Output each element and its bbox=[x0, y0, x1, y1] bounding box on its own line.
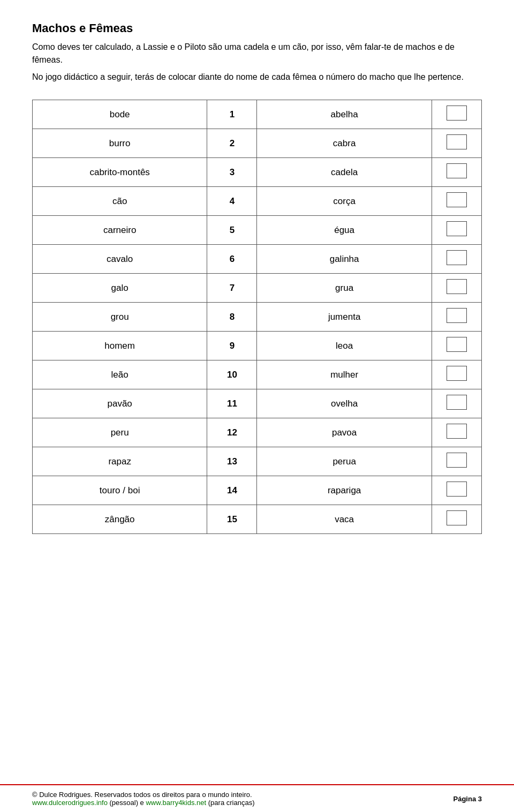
male-cell: peru bbox=[33, 418, 207, 447]
answer-cell[interactable] bbox=[432, 476, 481, 505]
answer-cell[interactable] bbox=[432, 274, 481, 303]
answer-input-box[interactable] bbox=[447, 482, 467, 497]
female-cell: corça bbox=[257, 187, 432, 216]
footer-copyright: © Dulce Rodrigues. Reservados todos os d… bbox=[32, 791, 254, 799]
answer-cell[interactable] bbox=[432, 129, 481, 158]
female-cell: perua bbox=[257, 447, 432, 476]
table-row: bode 1 abelha bbox=[33, 100, 482, 129]
answer-cell[interactable] bbox=[432, 158, 481, 187]
female-cell: cadela bbox=[257, 158, 432, 187]
answer-input-box[interactable] bbox=[447, 308, 467, 323]
male-cell: bode bbox=[33, 100, 207, 129]
intro-paragraph-1: Como deves ter calculado, a Lassie e o P… bbox=[32, 41, 482, 66]
answer-input-box[interactable] bbox=[447, 250, 467, 265]
number-cell: 5 bbox=[207, 216, 257, 245]
female-cell: cabra bbox=[257, 129, 432, 158]
table-row: cavalo 6 galinha bbox=[33, 245, 482, 274]
matching-table: bode 1 abelha burro 2 cabra cabrito-mont… bbox=[32, 100, 482, 534]
male-cell: leão bbox=[33, 360, 207, 389]
answer-cell[interactable] bbox=[432, 187, 481, 216]
number-cell: 12 bbox=[207, 418, 257, 447]
table-row: homem 9 leoa bbox=[33, 332, 482, 360]
female-cell: mulher bbox=[257, 360, 432, 389]
male-cell: zângão bbox=[33, 505, 207, 534]
answer-cell[interactable] bbox=[432, 418, 481, 447]
male-cell: carneiro bbox=[33, 216, 207, 245]
answer-input-box[interactable] bbox=[447, 424, 467, 439]
table-row: carneiro 5 égua bbox=[33, 216, 482, 245]
male-cell: cão bbox=[33, 187, 207, 216]
answer-input-box[interactable] bbox=[447, 337, 467, 352]
number-cell: 6 bbox=[207, 245, 257, 274]
female-cell: jumenta bbox=[257, 303, 432, 332]
female-cell: égua bbox=[257, 216, 432, 245]
number-cell: 10 bbox=[207, 360, 257, 389]
footer-link2-suffix: (para crianças) bbox=[206, 799, 254, 807]
female-cell: leoa bbox=[257, 332, 432, 360]
answer-input-box[interactable] bbox=[447, 192, 467, 207]
answer-input-box[interactable] bbox=[447, 134, 467, 149]
number-cell: 2 bbox=[207, 129, 257, 158]
answer-cell[interactable] bbox=[432, 332, 481, 360]
answer-input-box[interactable] bbox=[447, 510, 467, 525]
answer-input-box[interactable] bbox=[447, 453, 467, 468]
male-cell: grou bbox=[33, 303, 207, 332]
female-cell: vaca bbox=[257, 505, 432, 534]
number-cell: 9 bbox=[207, 332, 257, 360]
table-row: cão 4 corça bbox=[33, 187, 482, 216]
answer-cell[interactable] bbox=[432, 245, 481, 274]
table-row: touro / boi 14 rapariga bbox=[33, 476, 482, 505]
number-cell: 3 bbox=[207, 158, 257, 187]
female-cell: rapariga bbox=[257, 476, 432, 505]
number-cell: 15 bbox=[207, 505, 257, 534]
answer-input-box[interactable] bbox=[447, 366, 467, 381]
answer-cell[interactable] bbox=[432, 505, 481, 534]
female-cell: abelha bbox=[257, 100, 432, 129]
answer-cell[interactable] bbox=[432, 389, 481, 418]
answer-input-box[interactable] bbox=[447, 279, 467, 294]
footer-left: © Dulce Rodrigues. Reservados todos os d… bbox=[32, 791, 254, 807]
male-cell: rapaz bbox=[33, 447, 207, 476]
male-cell: cabrito-montês bbox=[33, 158, 207, 187]
table-row: zângão 15 vaca bbox=[33, 505, 482, 534]
table-row: grou 8 jumenta bbox=[33, 303, 482, 332]
answer-cell[interactable] bbox=[432, 447, 481, 476]
footer-link2[interactable]: www.barry4kids.net bbox=[146, 799, 206, 807]
table-row: peru 12 pavoa bbox=[33, 418, 482, 447]
footer-links: www.dulcerodrigues.info (pessoal) e www.… bbox=[32, 799, 254, 807]
page-title: Machos e Fêmeas bbox=[32, 21, 482, 35]
answer-input-box[interactable] bbox=[447, 163, 467, 178]
answer-input-box[interactable] bbox=[447, 106, 467, 121]
number-cell: 11 bbox=[207, 389, 257, 418]
male-cell: homem bbox=[33, 332, 207, 360]
table-row: leão 10 mulher bbox=[33, 360, 482, 389]
male-cell: burro bbox=[33, 129, 207, 158]
answer-cell[interactable] bbox=[432, 360, 481, 389]
female-cell: grua bbox=[257, 274, 432, 303]
female-cell: galinha bbox=[257, 245, 432, 274]
footer-link1-suffix: (pessoal) e bbox=[108, 799, 146, 807]
female-cell: pavoa bbox=[257, 418, 432, 447]
female-cell: ovelha bbox=[257, 389, 432, 418]
male-cell: galo bbox=[33, 274, 207, 303]
male-cell: touro / boi bbox=[33, 476, 207, 505]
number-cell: 8 bbox=[207, 303, 257, 332]
table-row: burro 2 cabra bbox=[33, 129, 482, 158]
footer-page-number: Página 3 bbox=[453, 795, 482, 803]
table-row: cabrito-montês 3 cadela bbox=[33, 158, 482, 187]
footer: © Dulce Rodrigues. Reservados todos os d… bbox=[0, 784, 514, 812]
male-cell: pavão bbox=[33, 389, 207, 418]
answer-input-box[interactable] bbox=[447, 221, 467, 236]
number-cell: 4 bbox=[207, 187, 257, 216]
table-row: rapaz 13 perua bbox=[33, 447, 482, 476]
table-row: pavão 11 ovelha bbox=[33, 389, 482, 418]
answer-cell[interactable] bbox=[432, 216, 481, 245]
answer-cell[interactable] bbox=[432, 100, 481, 129]
number-cell: 7 bbox=[207, 274, 257, 303]
footer-link1[interactable]: www.dulcerodrigues.info bbox=[32, 799, 108, 807]
intro-paragraph-2: No jogo didáctico a seguir, terás de col… bbox=[32, 71, 482, 84]
number-cell: 13 bbox=[207, 447, 257, 476]
table-row: galo 7 grua bbox=[33, 274, 482, 303]
answer-input-box[interactable] bbox=[447, 395, 467, 410]
answer-cell[interactable] bbox=[432, 303, 481, 332]
